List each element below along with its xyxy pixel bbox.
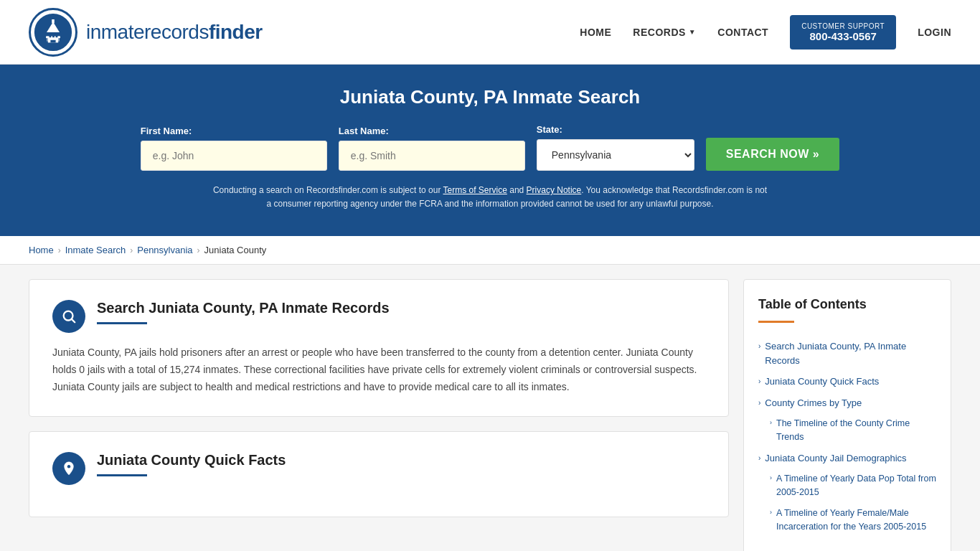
terms-of-service-link[interactable]: Terms of Service xyxy=(443,185,507,195)
svg-rect-7 xyxy=(56,32,58,37)
state-select[interactable]: PennsylvaniaAlabamaAlaskaArizonaArkansas… xyxy=(537,139,694,171)
toc-item-4: ›Juniata County Jail Demographics xyxy=(758,448,936,469)
toc-chevron-icon-5: › xyxy=(770,474,772,484)
nav-records[interactable]: RECORDS ▼ xyxy=(633,27,696,38)
login-button[interactable]: LOGIN xyxy=(918,27,951,38)
toc-item-label-4: Juniata County Jail Demographics xyxy=(765,451,906,466)
first-name-label: First Name: xyxy=(141,126,327,136)
search-section-title-group: Search Juniata County, PA Inmate Records xyxy=(97,300,390,324)
content-area: Search Juniata County, PA Inmate Records… xyxy=(29,279,729,551)
breadcrumb-home[interactable]: Home xyxy=(29,245,54,255)
toc-title: Table of Contents xyxy=(758,297,936,312)
page-title: Juniata County, PA Inmate Search xyxy=(29,86,951,108)
quick-facts-header: Juniata County Quick Facts xyxy=(52,452,705,485)
quick-facts-underline xyxy=(97,474,147,476)
search-section-body: Juniata County, PA jails hold prisoners … xyxy=(52,344,705,395)
toc-item-label-1: Juniata County Quick Facts xyxy=(765,375,879,389)
toc-item-label-5: A Timeline of Yearly Data Pop Total from… xyxy=(776,472,936,499)
breadcrumb-current: Juniata County xyxy=(204,245,267,255)
toc-item-2: ›County Crimes by Type xyxy=(758,392,936,414)
customer-support-phone: 800-433-0567 xyxy=(809,30,876,42)
svg-rect-6 xyxy=(52,32,55,37)
quick-facts-title: Juniata County Quick Facts xyxy=(97,452,286,468)
svg-rect-9 xyxy=(47,36,48,41)
toc-link-4[interactable]: ›Juniata County Jail Demographics xyxy=(758,451,936,466)
first-name-input[interactable] xyxy=(141,141,327,171)
toc-chevron-icon-1: › xyxy=(758,376,760,387)
state-group: State: PennsylvaniaAlabamaAlaskaArizonaA… xyxy=(537,124,694,171)
toc-item-label-6: A Timeline of Yearly Female/Male Incarce… xyxy=(776,507,936,534)
toc-card: Table of Contents ›Search Juniata County… xyxy=(743,279,951,551)
last-name-input[interactable] xyxy=(339,141,525,171)
logo-area: inmaterecordsfinder xyxy=(29,8,263,57)
records-chevron-icon: ▼ xyxy=(689,28,696,36)
toc-item-1: ›Juniata County Quick Facts xyxy=(758,371,936,392)
breadcrumb: Home › Inmate Search › Pennsylvania › Ju… xyxy=(0,236,980,265)
toc-underline xyxy=(758,321,794,323)
svg-line-12 xyxy=(72,320,75,323)
quick-facts-icon xyxy=(52,452,85,485)
logo-text: inmaterecordsfinder xyxy=(86,21,263,44)
search-section-icon xyxy=(52,300,85,333)
toc-link-1[interactable]: ›Juniata County Quick Facts xyxy=(758,375,936,389)
toc-chevron-icon-3: › xyxy=(770,418,772,428)
logo-icon xyxy=(29,8,77,57)
toc-chevron-icon-2: › xyxy=(758,397,760,408)
toc-item-0: ›Search Juniata County, PA Inmate Record… xyxy=(758,336,936,371)
svg-point-13 xyxy=(67,465,70,468)
breadcrumb-sep-1: › xyxy=(58,245,61,255)
search-records-card: Search Juniata County, PA Inmate Records… xyxy=(29,279,729,416)
nav-contact[interactable]: CONTACT xyxy=(717,27,768,38)
sidebar: Table of Contents ›Search Juniata County… xyxy=(743,279,951,551)
toc-link-2[interactable]: ›County Crimes by Type xyxy=(758,396,936,410)
breadcrumb-sep-3: › xyxy=(197,245,200,255)
svg-rect-8 xyxy=(50,39,55,42)
hero-disclaimer: Conducting a search on Recordsfinder.com… xyxy=(210,184,770,211)
toc-link-5[interactable]: ›A Timeline of Yearly Data Pop Total fro… xyxy=(770,472,936,499)
search-section-title: Search Juniata County, PA Inmate Records xyxy=(97,300,390,316)
svg-rect-5 xyxy=(50,32,52,37)
last-name-label: Last Name: xyxy=(339,126,525,136)
state-label: State: xyxy=(537,124,694,135)
toc-item-5: ›A Timeline of Yearly Data Pop Total fro… xyxy=(758,468,936,503)
toc-item-6: ›A Timeline of Yearly Female/Male Incarc… xyxy=(758,503,936,537)
main-nav: HOME RECORDS ▼ CONTACT CUSTOMER SUPPORT … xyxy=(580,15,951,50)
toc-link-6[interactable]: ›A Timeline of Yearly Female/Male Incarc… xyxy=(770,507,936,534)
toc-item-label-0: Search Juniata County, PA Inmate Records xyxy=(765,339,936,367)
toc-item-label-2: County Crimes by Type xyxy=(765,396,862,410)
breadcrumb-inmate-search[interactable]: Inmate Search xyxy=(65,245,126,255)
privacy-notice-link[interactable]: Privacy Notice xyxy=(527,185,582,195)
customer-support-label: CUSTOMER SUPPORT xyxy=(801,22,885,30)
toc-list: ›Search Juniata County, PA Inmate Record… xyxy=(758,336,936,537)
svg-rect-10 xyxy=(58,36,60,41)
nav-home[interactable]: HOME xyxy=(580,27,611,38)
toc-link-3[interactable]: ›The Timeline of the County Crime Trends xyxy=(770,417,936,444)
toc-item-label-3: The Timeline of the County Crime Trends xyxy=(776,417,936,444)
customer-support-button[interactable]: CUSTOMER SUPPORT 800-433-0567 xyxy=(790,15,896,50)
last-name-group: Last Name: xyxy=(339,126,525,171)
toc-chevron-icon-4: › xyxy=(758,453,760,463)
main-content: Search Juniata County, PA Inmate Records… xyxy=(0,265,980,551)
site-header: inmaterecordsfinder HOME RECORDS ▼ CONTA… xyxy=(0,0,980,65)
quick-facts-card: Juniata County Quick Facts xyxy=(29,431,729,517)
svg-rect-4 xyxy=(52,19,55,23)
breadcrumb-sep-2: › xyxy=(130,245,133,255)
search-section-header: Search Juniata County, PA Inmate Records xyxy=(52,300,705,333)
search-button[interactable]: SEARCH NOW » xyxy=(706,138,839,171)
breadcrumb-pennsylvania[interactable]: Pennsylvania xyxy=(137,245,192,255)
toc-item-3: ›The Timeline of the County Crime Trends xyxy=(758,413,936,448)
first-name-group: First Name: xyxy=(141,126,327,171)
toc-chevron-icon-6: › xyxy=(770,508,772,518)
search-section-underline xyxy=(97,322,147,324)
toc-link-0[interactable]: ›Search Juniata County, PA Inmate Record… xyxy=(758,339,936,367)
search-form: First Name: Last Name: State: Pennsylvan… xyxy=(29,124,951,171)
toc-chevron-icon-0: › xyxy=(758,341,760,352)
quick-facts-title-group: Juniata County Quick Facts xyxy=(97,452,286,476)
hero-section: Juniata County, PA Inmate Search First N… xyxy=(0,65,980,236)
